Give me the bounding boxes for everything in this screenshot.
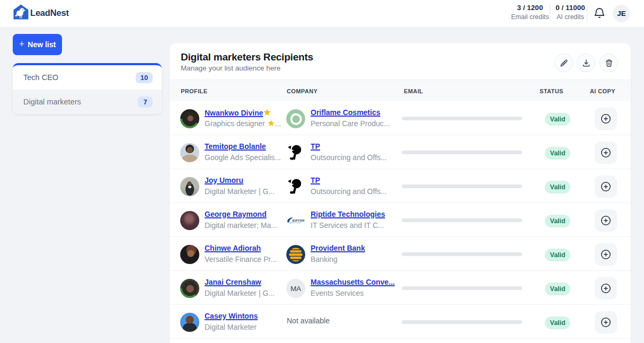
svg-text:technologies: technologies	[293, 222, 302, 224]
